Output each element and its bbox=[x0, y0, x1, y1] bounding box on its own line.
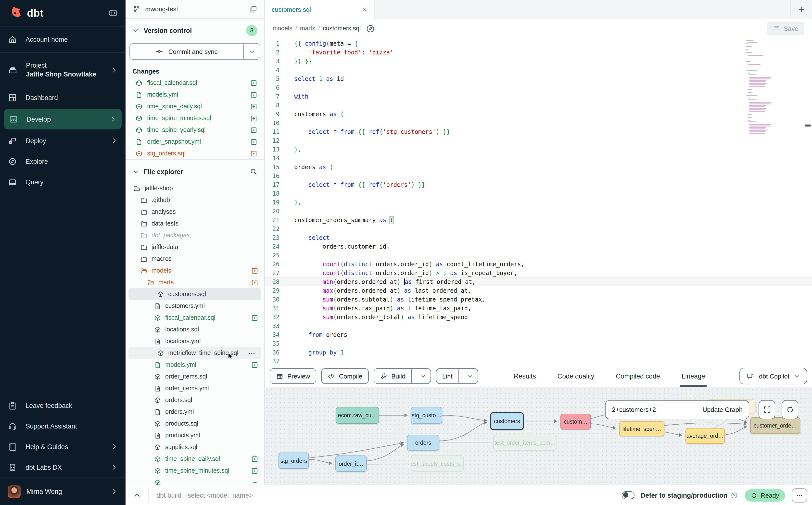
code-line-19[interactable]: 19), bbox=[265, 198, 812, 207]
code-line-18[interactable]: 18 bbox=[265, 189, 812, 198]
plus-badge[interactable] bbox=[251, 455, 259, 463]
sidebar-item-support-assistant[interactable]: Support Assistant bbox=[0, 416, 126, 436]
close-icon[interactable] bbox=[361, 6, 367, 12]
lineage-search-input[interactable]: 2+customers+2 bbox=[606, 400, 696, 419]
lineage-node-average_ord[interactable]: average_ord… bbox=[685, 428, 725, 444]
stage-plus-badge[interactable] bbox=[250, 126, 258, 134]
more-options-button[interactable] bbox=[792, 488, 807, 502]
sidebar-item-dashboard[interactable]: Dashboard bbox=[0, 87, 126, 108]
sidebar-item-help-guides[interactable]: Help & Guides bbox=[0, 436, 126, 457]
stage-plus-badge[interactable] bbox=[250, 115, 258, 122]
sidebar-item-deploy[interactable]: Deploy bbox=[0, 130, 126, 151]
build-dropdown[interactable] bbox=[416, 369, 431, 383]
tree-item-macros[interactable]: macros bbox=[126, 253, 264, 265]
code-line-25[interactable]: 25 bbox=[265, 251, 812, 260]
tree-item-jaffle-data[interactable]: jaffle-data bbox=[126, 241, 264, 253]
code-line-11[interactable]: 11 select * from {{ ref('stg_customers')… bbox=[265, 128, 812, 136]
lineage-node-test_order_items_com[interactable]: test_order_items_com… bbox=[493, 435, 557, 451]
code-line-13[interactable]: 13), bbox=[265, 145, 812, 154]
code-line-28[interactable]: 28 min(orders.ordered_at) as first_order… bbox=[265, 278, 812, 286]
breadcrumb-segment[interactable]: marts bbox=[300, 25, 316, 32]
code-line-2[interactable]: 2 'favorite_food': 'pizza' bbox=[265, 48, 812, 57]
plus-badge[interactable] bbox=[251, 361, 259, 368]
tree-item-products.sql[interactable]: products.sql bbox=[126, 418, 264, 430]
copy-icon[interactable] bbox=[249, 5, 258, 13]
preview-button[interactable]: Preview bbox=[270, 368, 317, 384]
dot-badge[interactable] bbox=[251, 279, 259, 286]
code-line-9[interactable]: 9customers as ( bbox=[265, 110, 812, 119]
code-line-7[interactable]: 7with bbox=[265, 92, 812, 101]
breadcrumb-segment[interactable]: models bbox=[273, 25, 293, 32]
stage-plus-badge[interactable] bbox=[250, 138, 258, 145]
tree-item-orders.yml[interactable]: orders.yml bbox=[126, 406, 264, 418]
code-line-20[interactable]: 20 bbox=[265, 207, 812, 216]
changed-file-time_spine_yearly.sql[interactable]: time_spine_yearly.sql bbox=[126, 124, 264, 136]
tree-item-.github[interactable]: .github bbox=[126, 194, 264, 206]
sidebar-user[interactable]: Mirna Wong bbox=[0, 478, 126, 505]
help-icon[interactable] bbox=[731, 492, 738, 499]
minimap[interactable] bbox=[746, 40, 774, 136]
tree-item-metricflow_time_spine.sql[interactable]: metricflow_time_spine.sql bbox=[129, 347, 261, 359]
lineage-node-custom[interactable]: custom… bbox=[560, 414, 591, 430]
stage-plus-badge[interactable] bbox=[250, 103, 258, 110]
code-line-32[interactable]: 32 sum(orders.order_total) as lifetime_s… bbox=[265, 313, 812, 322]
lineage-node-order_it[interactable]: order_it… bbox=[335, 456, 367, 472]
sidebar-collapse-icon[interactable] bbox=[108, 8, 118, 18]
tab-lineage[interactable]: Lineage bbox=[671, 365, 716, 387]
changed-file-order_snapshot.yml[interactable]: order_snapshot.yml bbox=[126, 136, 264, 148]
stage-plus-badge[interactable] bbox=[250, 79, 258, 87]
code-line-35[interactable]: 35 bbox=[265, 339, 812, 348]
tree-item-order_items.yml[interactable]: order_items.yml bbox=[126, 382, 264, 394]
code-line-22[interactable]: 22 bbox=[265, 224, 812, 233]
status-badge[interactable]: Ready bbox=[745, 489, 785, 501]
row-menu-icon[interactable] bbox=[248, 349, 256, 357]
code-line-21[interactable]: 21customer_orders_summary as ( bbox=[265, 216, 812, 224]
changed-file-time_spine_daily.sql[interactable]: time_spine_daily.sql bbox=[126, 101, 264, 112]
lineage-node-stg_custo[interactable]: stg_custo… bbox=[411, 407, 442, 424]
tab-code-quality[interactable]: Code quality bbox=[547, 365, 605, 387]
plus-badge[interactable] bbox=[251, 467, 259, 474]
sidebar-item-develop[interactable]: Develop bbox=[4, 109, 122, 130]
dbt-copilot-button[interactable]: dbt Copilot bbox=[740, 368, 807, 384]
breadcrumb-segment[interactable]: customers.sql bbox=[323, 25, 361, 32]
tree-item-fiscal_calendar.sql[interactable]: fiscal_calendar.sql bbox=[126, 312, 264, 324]
code-line-16[interactable]: 16 bbox=[265, 172, 812, 180]
compile-button[interactable]: Compile bbox=[321, 368, 369, 384]
code-line-26[interactable]: 26 count(distinct orders.order_id) as co… bbox=[265, 260, 812, 269]
tree-item-customers.yml[interactable]: customers.yml bbox=[126, 300, 264, 312]
lint-dropdown[interactable] bbox=[463, 369, 478, 383]
code-line-30[interactable]: 30 sum(orders.subtotal) as lifetime_spen… bbox=[265, 295, 812, 304]
code-line-23[interactable]: 23 select bbox=[265, 233, 812, 242]
code-editor[interactable]: 1{{ config(meta = {2 'favorite_food': 'p… bbox=[265, 38, 812, 365]
tree-item-analyses[interactable]: analyses bbox=[126, 206, 264, 218]
code-line-27[interactable]: 27 count(distinct orders.order_id) > 1 a… bbox=[265, 269, 812, 278]
defer-toggle[interactable] bbox=[622, 491, 635, 499]
code-line-15[interactable]: 15orders as ( bbox=[265, 163, 812, 172]
tree-item-dbt_packages[interactable]: dbt_packages bbox=[126, 229, 264, 241]
sidebar-item-account-home[interactable]: Account home bbox=[0, 26, 126, 53]
new-tab-button[interactable] bbox=[790, 0, 812, 19]
code-line-33[interactable]: 33 bbox=[265, 322, 812, 330]
sidebar-item-leave-feedback[interactable]: Leave feedback bbox=[0, 395, 126, 416]
lineage-node-orders[interactable]: orders bbox=[407, 435, 439, 451]
sidebar-item-project[interactable]: ProjectJaffle Shop Snowflake bbox=[0, 53, 126, 87]
tree-item-orders.sql[interactable]: orders.sql bbox=[126, 394, 264, 406]
stage-plus-badge[interactable] bbox=[250, 91, 258, 98]
code-line-17[interactable]: 17 select * from {{ ref('orders') }} bbox=[265, 180, 812, 189]
code-line-12[interactable]: 12 bbox=[265, 136, 812, 145]
code-line-3[interactable]: 3}) }} bbox=[265, 57, 812, 66]
stage-dot-badge[interactable] bbox=[250, 150, 258, 157]
code-line-5[interactable]: 5select 1 as id bbox=[265, 74, 812, 83]
changed-file-models.yml[interactable]: models.yml bbox=[126, 89, 264, 101]
tab-compiled-code[interactable]: Compiled code bbox=[605, 365, 671, 387]
tab-customers-sql[interactable]: customers.sql bbox=[265, 0, 375, 19]
code-line-8[interactable]: 8 bbox=[265, 101, 812, 110]
lineage-node-customers[interactable]: customers bbox=[490, 412, 524, 430]
tree-item-models.yml[interactable]: models.yml bbox=[126, 359, 264, 371]
dot-badge[interactable] bbox=[251, 267, 259, 274]
changed-file-fiscal_calendar.sql[interactable]: fiscal_calendar.sql bbox=[126, 77, 264, 89]
code-line-6[interactable]: 6 bbox=[265, 83, 812, 92]
tree-item-locations.sql[interactable]: locations.sql bbox=[126, 324, 264, 335]
lineage-node-ecomraw_cu[interactable]: ecom.raw_cu… bbox=[336, 407, 379, 424]
code-line-36[interactable]: 36 group by 1 bbox=[265, 348, 812, 357]
